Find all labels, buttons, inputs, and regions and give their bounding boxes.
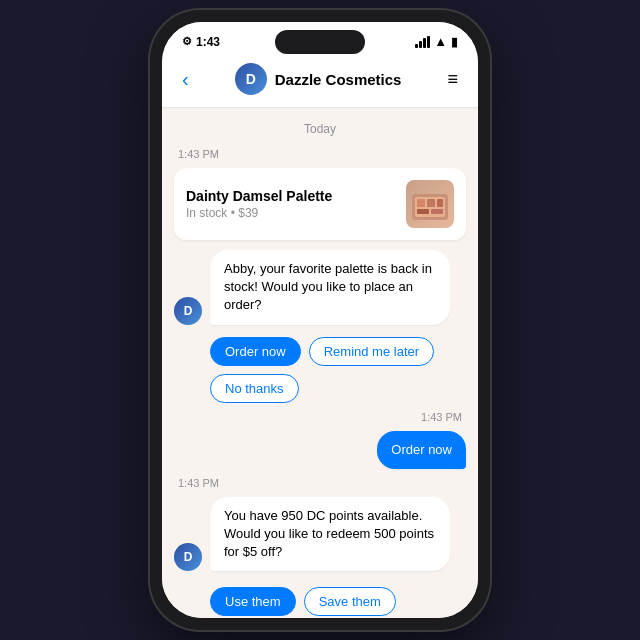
bot-bubble-1: Abby, your favorite palette is back in s… — [210, 250, 450, 325]
product-meta: In stock • $39 — [186, 206, 332, 220]
product-card: Dainty Damsel Palette In stock • $39 — [174, 168, 466, 240]
gear-icon: ⚙ — [182, 35, 192, 48]
use-them-button[interactable]: Use them — [210, 587, 296, 616]
save-them-button[interactable]: Save them — [304, 587, 396, 616]
status-time: 1:43 — [196, 35, 220, 49]
quick-replies-1: Order now Remind me later No thanks — [210, 337, 466, 403]
product-name: Dainty Damsel Palette — [186, 188, 332, 204]
svg-rect-4 — [437, 199, 443, 207]
battery-icon: ▮ — [451, 35, 458, 49]
svg-rect-6 — [431, 209, 443, 214]
svg-rect-2 — [417, 199, 425, 207]
points-bubble: You have 950 DC points available. Would … — [210, 497, 450, 572]
brand-info: D Dazzle Cosmetics — [235, 63, 402, 95]
signal-icon — [415, 36, 430, 48]
date-divider: Today — [174, 122, 466, 136]
bot-avatar: D — [174, 297, 202, 325]
bot-message-row: D Abby, your favorite palette is back in… — [174, 250, 466, 325]
chat-area: Today 1:43 PM Dainty Damsel Palette In s… — [162, 108, 478, 618]
points-message-row: D You have 950 DC points available. Woul… — [174, 497, 466, 572]
order-now-button[interactable]: Order now — [210, 337, 301, 366]
phone-screen: ⚙ 1:43 ▲ ▮ ‹ D Dazzle Cosmetics ≡ — [162, 22, 478, 618]
phone-frame: ⚙ 1:43 ▲ ▮ ‹ D Dazzle Cosmetics ≡ — [150, 10, 490, 630]
brand-name: Dazzle Cosmetics — [275, 71, 402, 88]
no-thanks-button[interactable]: No thanks — [210, 374, 299, 403]
user-bubble-1: Order now — [377, 431, 466, 469]
dynamic-island — [275, 30, 365, 54]
product-timestamp: 1:43 PM — [178, 148, 466, 160]
wifi-icon: ▲ — [434, 34, 447, 49]
chat-header: ‹ D Dazzle Cosmetics ≡ — [162, 55, 478, 108]
svg-rect-3 — [427, 199, 435, 207]
menu-button[interactable]: ≡ — [443, 65, 462, 94]
back-button[interactable]: ‹ — [178, 64, 193, 95]
user-message-row: Order now — [174, 431, 466, 469]
bot-avatar-2: D — [174, 543, 202, 571]
brand-avatar: D — [235, 63, 267, 95]
product-info: Dainty Damsel Palette In stock • $39 — [186, 188, 332, 220]
points-quick-replies: Use them Save them — [210, 587, 466, 618]
points-timestamp: 1:43 PM — [178, 477, 466, 489]
remind-later-button[interactable]: Remind me later — [309, 337, 434, 366]
product-image — [406, 180, 454, 228]
user-timestamp: 1:43 PM — [178, 411, 462, 423]
svg-rect-5 — [417, 209, 429, 214]
